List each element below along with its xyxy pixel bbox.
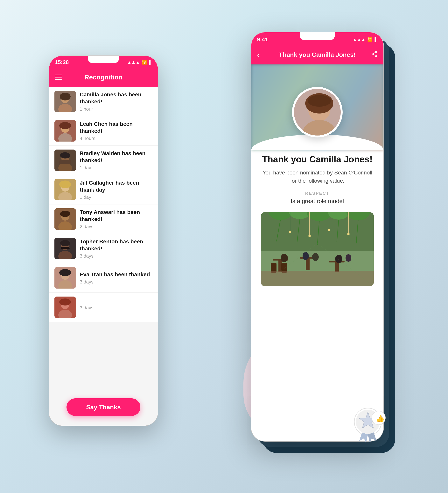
svg-point-7 — [59, 122, 71, 129]
svg-point-29 — [59, 269, 71, 276]
list-time-bradley: 1 day — [80, 165, 152, 170]
phone-right: 9:41 ▲▲▲ 🛜 ▌ ‹ Thank you Camilla Jones! — [251, 32, 384, 441]
avatar-camilla — [54, 91, 76, 112]
header-right: ‹ Thank you Camilla Jones! — [251, 45, 384, 65]
list-item[interactable]: Eva Tran has been thanked 3 days — [49, 263, 158, 293]
svg-point-20 — [60, 211, 70, 217]
svg-rect-67 — [306, 258, 309, 270]
detail-content: Thank you Camilla Jones! You have been n… — [251, 150, 384, 441]
avatar-extra — [54, 297, 76, 318]
svg-point-59 — [308, 235, 311, 237]
header-left: Recognition — [49, 67, 158, 87]
avatar-jill — [54, 179, 76, 200]
detail-value-label: RESPECT — [305, 191, 330, 196]
status-icons-left: ▲▲▲ 🛜 ▌ — [127, 60, 152, 65]
list-text-extra: 3 days — [80, 304, 152, 311]
svg-point-72 — [281, 254, 288, 262]
svg-point-43 — [308, 95, 331, 107]
svg-point-75 — [335, 255, 342, 263]
svg-point-76 — [346, 254, 351, 262]
list-name-topher: Topher Benton has been thanked! — [80, 238, 152, 252]
list-text-camilla: Camilla Jones has been thanked! 1 hour — [80, 91, 152, 112]
svg-rect-11 — [59, 160, 71, 164]
list-item[interactable]: Leah Chen has been thanked! 4 hours — [49, 116, 158, 146]
svg-marker-83 — [359, 432, 368, 443]
list-time-camilla: 1 hour — [80, 106, 152, 112]
svg-point-61 — [328, 229, 330, 231]
status-time-right: 9:41 — [257, 36, 268, 43]
notch-left — [88, 56, 119, 63]
svg-point-33 — [59, 299, 71, 305]
avatar-leah — [54, 120, 76, 142]
svg-rect-24 — [61, 247, 70, 249]
signal-icon-right: ▲▲▲ — [353, 37, 365, 42]
avatar-bradley — [54, 149, 76, 171]
hamburger-menu[interactable] — [55, 75, 62, 80]
recognition-list: Camilla Jones has been thanked! 1 hour — [49, 87, 158, 426]
avatar-tony — [54, 208, 76, 230]
award-icon: 👍 — [348, 402, 387, 445]
photo-card — [261, 212, 374, 286]
list-item[interactable]: Topher Benton has been thanked! 3 days — [49, 234, 158, 263]
detail-value-text: Is a great role model — [291, 198, 344, 204]
svg-marker-84 — [368, 432, 377, 443]
svg-point-12 — [60, 152, 70, 158]
status-time-left: 15:28 — [55, 59, 69, 66]
svg-point-25 — [60, 240, 70, 246]
avatar-eva — [54, 267, 76, 289]
list-name-camilla: Camilla Jones has been thanked! — [80, 91, 152, 105]
svg-rect-77 — [261, 271, 374, 286]
wifi-icon-left: 🛜 — [142, 60, 147, 65]
detail-header-title: Thank you Camilla Jones! — [279, 51, 356, 58]
say-thanks-label: Say Thanks — [86, 404, 121, 411]
list-item[interactable]: Tony Answari has been thanked! 2 days — [49, 204, 158, 234]
list-time-leah: 4 hours — [80, 136, 152, 141]
svg-text:👍: 👍 — [376, 414, 385, 423]
svg-point-74 — [312, 253, 319, 261]
scene: 15:28 ▲▲▲ 🛜 ▌ Recognition — [49, 32, 399, 461]
list-name-tony: Tony Answari has been thanked! — [80, 209, 152, 223]
svg-point-16 — [59, 180, 71, 188]
list-item[interactable]: 3 days — [49, 293, 158, 322]
recognition-title: Recognition — [84, 73, 122, 81]
svg-line-38 — [373, 52, 375, 54]
battery-icon-left: ▌ — [149, 60, 152, 65]
list-item[interactable]: Jill Gallagher has been thank day 1 day — [49, 175, 158, 204]
battery-icon-right: ▌ — [374, 37, 378, 42]
list-text-topher: Topher Benton has been thanked! 3 days — [80, 238, 152, 259]
list-name-leah: Leah Chen has been thanked! — [80, 121, 152, 135]
svg-point-3 — [60, 93, 71, 101]
avatar-topher — [54, 238, 76, 259]
list-text-tony: Tony Answari has been thanked! 2 days — [80, 209, 152, 230]
list-text-bradley: Bradley Walden has been thanked! 1 day — [80, 150, 152, 171]
share-button[interactable] — [371, 51, 378, 59]
list-name-eva: Eva Tran has been thanked — [80, 271, 152, 278]
svg-point-73 — [303, 252, 309, 260]
list-name-bradley: Bradley Walden has been thanked! — [80, 150, 152, 164]
list-item[interactable]: Bradley Walden has been thanked! 1 day — [49, 146, 158, 175]
list-time-topher: 3 days — [80, 253, 152, 259]
phone-left: 15:28 ▲▲▲ 🛜 ▌ Recognition — [49, 56, 158, 426]
detail-avatar — [292, 87, 343, 137]
status-icons-right: ▲▲▲ 🛜 ▌ — [353, 37, 378, 42]
list-time-eva: 3 days — [80, 279, 152, 285]
list-time-extra: 3 days — [80, 305, 152, 311]
detail-thank-title: Thank you Camilla Jones! — [262, 154, 372, 165]
list-text-eva: Eva Tran has been thanked 3 days — [80, 271, 152, 285]
signal-icon-left: ▲▲▲ — [127, 60, 140, 65]
list-time-jill: 1 day — [80, 194, 152, 200]
back-button[interactable]: ‹ — [257, 50, 260, 59]
detail-nominated-text: You have been nominated by Sean O'Connol… — [261, 169, 374, 185]
svg-point-63 — [347, 233, 350, 235]
svg-line-37 — [373, 54, 375, 56]
list-text-jill: Jill Gallagher has been thank day 1 day — [80, 179, 152, 200]
say-thanks-button[interactable]: Say Thanks — [66, 398, 140, 416]
list-time-tony: 2 days — [80, 224, 152, 229]
list-text-leah: Leah Chen has been thanked! 4 hours — [80, 121, 152, 141]
svg-point-57 — [289, 231, 291, 233]
notch-right — [300, 32, 335, 40]
list-name-jill: Jill Gallagher has been thank day — [80, 179, 152, 193]
wifi-icon-right: 🛜 — [367, 37, 373, 42]
list-item[interactable]: Camilla Jones has been thanked! 1 hour — [49, 87, 158, 116]
